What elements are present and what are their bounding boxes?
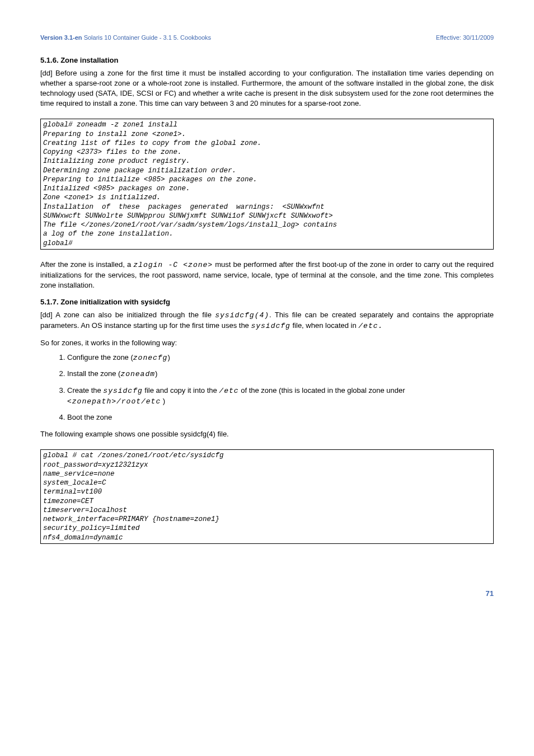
section-517-para3: The following example shows one possible… bbox=[40, 429, 494, 439]
section-517-para1: [dd] A zone can also be initialized thro… bbox=[40, 310, 494, 331]
section-516-after: After the zone is installed, a zlogin -C… bbox=[40, 260, 494, 291]
steps-list: Configure the zone (zonecfg) Install the… bbox=[40, 353, 494, 422]
etc-cmd: /etc. bbox=[358, 322, 383, 330]
page-header: Version 3.1-en Solaris 10 Container Guid… bbox=[40, 34, 494, 42]
li4: Boot the zone bbox=[67, 413, 112, 421]
section-516-para: [dd] Before using a zone for the first t… bbox=[40, 68, 494, 109]
header-effective: Effective: 30/11/2009 bbox=[436, 34, 494, 42]
p1a: [dd] A zone can also be initialized thro… bbox=[40, 311, 215, 319]
header-version: Version 3.1-en bbox=[40, 34, 82, 41]
section-516-heading: 5.1.6. Zone installation bbox=[40, 55, 494, 65]
code-block-install: global# zoneadm -z zone1 install Prepari… bbox=[40, 119, 494, 250]
li3b: file and copy it into the bbox=[143, 386, 219, 395]
list-item: Configure the zone (zonecfg) bbox=[67, 353, 494, 363]
list-item: Install the zone (zoneadm) bbox=[67, 369, 494, 379]
zlogin-cmd: zlogin -C <zone> bbox=[133, 261, 213, 269]
li1b: ) bbox=[167, 353, 170, 361]
section-517-heading: 5.1.7. Zone initialization with sysidcfg bbox=[40, 297, 494, 307]
sysidcfg-cmd: sysidcfg bbox=[251, 322, 290, 330]
li1a: Configure the zone ( bbox=[67, 353, 133, 361]
sysidcfg4-cmd: sysidcfg(4) bbox=[215, 311, 269, 320]
sysidcfg-cmd2: sysidcfg bbox=[103, 387, 142, 395]
li2a: Install the zone ( bbox=[67, 369, 120, 378]
header-left: Version 3.1-en Solaris 10 Container Guid… bbox=[40, 34, 211, 42]
p1c: file, when located in bbox=[291, 321, 358, 330]
code-block-sysidcfg: global # cat /zones/zone1/root/etc/sysid… bbox=[40, 449, 494, 544]
zoneadm-cmd: zoneadm bbox=[120, 370, 155, 378]
zonepath-cmd: <zonepath>/root/etc bbox=[67, 397, 161, 406]
after-text-1: After the zone is installed, a bbox=[40, 260, 133, 269]
section-517-para2: So for zones, it works in the following … bbox=[40, 338, 494, 348]
li2b: ) bbox=[155, 369, 157, 378]
li3d: ) bbox=[161, 397, 165, 405]
list-item: Create the sysidcfg file and copy it int… bbox=[67, 386, 494, 407]
header-title: Solaris 10 Container Guide - 3.1 5. Cook… bbox=[84, 34, 211, 41]
li3a: Create the bbox=[67, 386, 103, 395]
page-number: 71 bbox=[40, 589, 494, 599]
list-item: Boot the zone bbox=[67, 412, 494, 422]
etc-cmd2: /etc bbox=[219, 387, 238, 395]
zonecfg-cmd: zonecfg bbox=[133, 354, 168, 362]
li3c: of the zone (this is located in the glob… bbox=[239, 386, 405, 395]
